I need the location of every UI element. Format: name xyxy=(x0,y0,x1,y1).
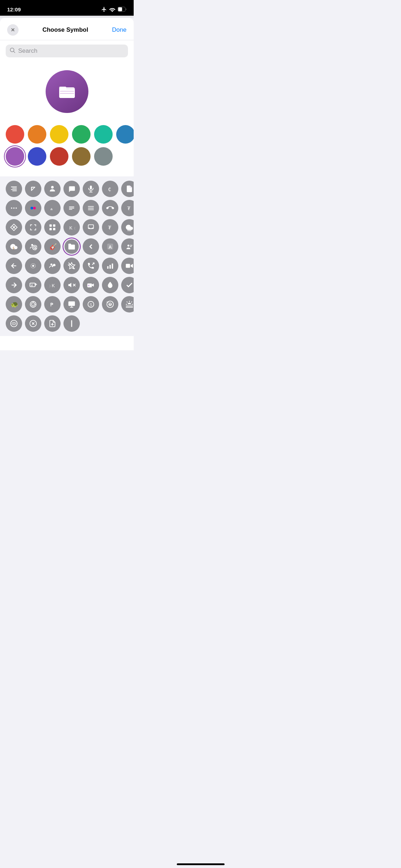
svg-rect-1 xyxy=(118,7,122,11)
selected-symbol-icon xyxy=(46,70,88,113)
icon-peso[interactable]: ₱ xyxy=(44,296,61,312)
svg-point-106 xyxy=(14,323,15,324)
icon-arrow-left[interactable] xyxy=(6,258,22,274)
svg-text:K: K xyxy=(52,283,55,288)
svg-rect-32 xyxy=(35,224,36,227)
close-button[interactable]: ✕ xyxy=(7,24,19,36)
color-indigo[interactable] xyxy=(28,147,46,166)
icon-list-lines[interactable] xyxy=(83,200,99,216)
svg-rect-12 xyxy=(90,186,92,190)
icon-s-circle[interactable]: S xyxy=(83,296,99,312)
icon-speaker-slash[interactable] xyxy=(63,277,80,293)
color-blue[interactable] xyxy=(116,125,134,144)
icon-person-cloud[interactable] xyxy=(44,258,61,274)
svg-rect-36 xyxy=(35,228,36,231)
icon-person-at[interactable] xyxy=(25,238,41,255)
search-placeholder: Search xyxy=(18,47,37,55)
color-red[interactable] xyxy=(6,125,24,144)
icon-align-right[interactable] xyxy=(6,181,22,197)
icon-person-card[interactable] xyxy=(121,238,134,255)
status-bar: 12:09 xyxy=(0,0,134,16)
icon-ellipsis[interactable] xyxy=(6,200,22,216)
svg-rect-30 xyxy=(30,224,31,227)
svg-rect-55 xyxy=(130,246,132,247)
icon-folder-selected[interactable] xyxy=(63,238,80,255)
svg-marker-77 xyxy=(68,283,71,288)
icon-arrow-up-doc[interactable] xyxy=(44,315,61,332)
icon-pipe[interactable] xyxy=(63,315,80,332)
icon-phone-end[interactable] xyxy=(102,200,118,216)
svg-rect-65 xyxy=(112,264,113,269)
icon-document[interactable] xyxy=(121,181,134,197)
icon-star-slash[interactable] xyxy=(63,258,80,274)
svg-rect-66 xyxy=(126,264,130,268)
icon-keyboard-plus[interactable] xyxy=(25,277,41,293)
icon-textformat[interactable]: A xyxy=(102,238,118,255)
icon-arrow-up-left[interactable] xyxy=(25,181,41,197)
icon-dot-wave[interactable] xyxy=(25,258,41,274)
svg-rect-21 xyxy=(69,208,74,208)
icon-tugrik[interactable]: ₮ xyxy=(121,200,134,216)
icon-sunrise[interactable] xyxy=(121,296,134,312)
svg-text:🎸: 🎸 xyxy=(50,243,56,250)
done-button[interactable]: Done xyxy=(112,26,127,33)
icon-message[interactable] xyxy=(63,181,80,197)
icon-guitar[interactable]: 🎸 xyxy=(44,238,61,255)
color-purple[interactable] xyxy=(6,147,24,166)
svg-text:〈: 〈 xyxy=(72,227,76,230)
icon-chart-bar[interactable] xyxy=(102,258,118,274)
icon-arrow-right[interactable] xyxy=(6,277,22,293)
icon-tray[interactable] xyxy=(83,219,99,236)
icon-person[interactable] xyxy=(44,181,61,197)
icon-video-add[interactable] xyxy=(83,277,99,293)
icon-k-back[interactable]: K〈 xyxy=(63,219,80,236)
color-brown[interactable] xyxy=(72,147,91,166)
svg-rect-5 xyxy=(60,91,74,92)
icon-target[interactable] xyxy=(25,296,41,312)
icon-eye-circle[interactable] xyxy=(6,315,22,332)
icon-grid[interactable] xyxy=(44,219,61,236)
icon-at-minus[interactable] xyxy=(102,296,118,312)
color-palette xyxy=(0,119,134,176)
icon-manat[interactable]: ₼ xyxy=(44,200,61,216)
svg-text:₱: ₱ xyxy=(50,302,53,308)
svg-rect-9 xyxy=(11,189,17,190)
color-green[interactable] xyxy=(72,125,91,144)
icon-chevron-left[interactable] xyxy=(83,238,99,255)
svg-rect-23 xyxy=(88,206,94,207)
icon-x-circle[interactable] xyxy=(25,315,41,332)
svg-point-18 xyxy=(33,207,36,209)
icon-tortoise[interactable]: 🐢 xyxy=(6,296,22,312)
color-crimson[interactable] xyxy=(50,147,68,166)
search-bar[interactable]: Search xyxy=(6,45,128,57)
icon-flickr[interactable] xyxy=(25,200,41,216)
svg-text:₮: ₮ xyxy=(108,225,111,231)
icon-viewfinder[interactable] xyxy=(25,219,41,236)
color-gray[interactable] xyxy=(94,147,113,166)
icon-phone-video[interactable] xyxy=(121,258,134,274)
icon-tugrik2[interactable]: ₮ xyxy=(102,219,118,236)
svg-text:S: S xyxy=(89,303,92,307)
icon-drop[interactable] xyxy=(102,277,118,293)
icon-currency[interactable]: ₵ xyxy=(102,181,118,197)
sheet-header: ✕ Choose Symbol Done xyxy=(0,18,134,40)
color-yellow[interactable] xyxy=(50,125,68,144)
color-teal[interactable] xyxy=(94,125,113,144)
icon-monitor[interactable] xyxy=(63,296,80,312)
icon-phone-arrow[interactable] xyxy=(83,258,99,274)
icon-microphone[interactable] xyxy=(83,181,99,197)
airplane-icon xyxy=(101,6,107,12)
svg-rect-7 xyxy=(11,187,17,187)
svg-rect-6 xyxy=(60,93,74,94)
svg-marker-67 xyxy=(131,264,133,268)
icon-cloud-rain[interactable] xyxy=(121,219,134,236)
svg-rect-54 xyxy=(130,245,132,246)
icon-k-forward[interactable]: 〉K xyxy=(44,277,61,293)
color-orange[interactable] xyxy=(28,125,46,144)
icon-checkmark[interactable] xyxy=(121,277,134,293)
icon-cloud-bolt[interactable] xyxy=(6,238,22,255)
icon-text-list[interactable] xyxy=(63,200,80,216)
svg-point-17 xyxy=(31,207,33,209)
icon-xmark-diamond[interactable] xyxy=(6,219,22,236)
svg-point-57 xyxy=(32,265,34,267)
